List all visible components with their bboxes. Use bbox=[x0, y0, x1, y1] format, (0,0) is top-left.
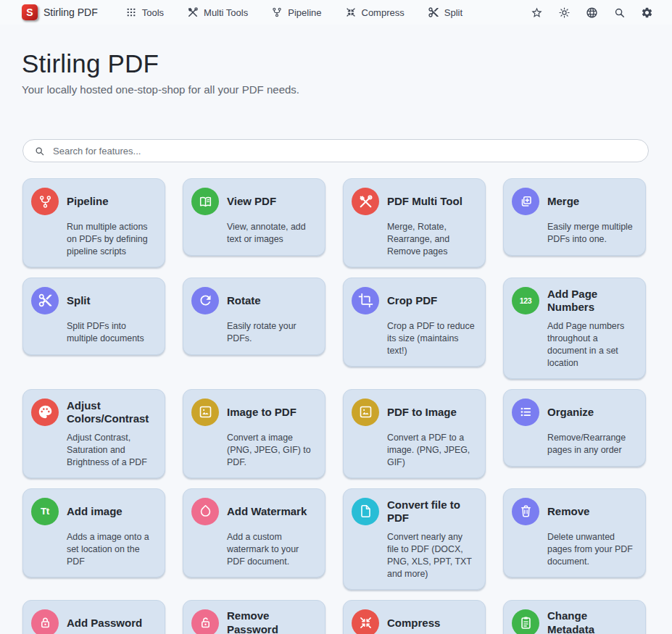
card-description: Run multiple actions on PDFs by defining… bbox=[67, 221, 155, 258]
card-image-to-pdf[interactable]: Image to PDFConvert a image (PNG, JPEG, … bbox=[183, 389, 325, 478]
water-drop-icon bbox=[198, 504, 213, 519]
card-header: Add Watermark bbox=[191, 498, 315, 525]
card-header: 123Add Page Numbers bbox=[512, 287, 636, 314]
card-title: PDF to Image bbox=[387, 406, 457, 419]
card-description: Remove/Rearrange pages in any order bbox=[547, 432, 636, 456]
card-description: Convert nearly any file to PDF (DOCX, PN… bbox=[387, 531, 476, 580]
card-header: View PDF bbox=[191, 188, 315, 215]
card-icon-circle bbox=[352, 287, 379, 314]
card-title: Add Page Numbers bbox=[547, 288, 636, 314]
card-add-page-numbers[interactable]: 123Add Page NumbersAdd Page numbers thro… bbox=[503, 278, 646, 379]
search-button[interactable] bbox=[613, 7, 626, 19]
globe-button[interactable] bbox=[586, 7, 598, 19]
card-merge[interactable]: MergeEasily merge multiple PDFs into one… bbox=[503, 178, 646, 256]
card-description: Easily merge multiple PDFs into one. bbox=[547, 221, 636, 246]
feature-card-grid: PipelineRun multiple actions on PDFs by … bbox=[22, 178, 646, 634]
page-subtitle: Your locally hosted one-stop-shop for al… bbox=[22, 83, 650, 96]
card-header: Rotate bbox=[191, 287, 315, 314]
lock-icon bbox=[38, 615, 53, 630]
card-title: Convert file to PDF bbox=[387, 499, 476, 525]
globe-icon bbox=[586, 7, 598, 19]
card-add-password[interactable]: Add PasswordEncrypt your PDF document wi… bbox=[22, 600, 165, 634]
card-icon-circle bbox=[191, 498, 219, 525]
navbar: S Stirling PDF ToolsMulti ToolsPipelineC… bbox=[0, 0, 672, 25]
trash-icon bbox=[518, 504, 534, 519]
card-icon-circle bbox=[352, 609, 379, 634]
card-convert-file-to-pdf[interactable]: Convert file to PDFConvert nearly any fi… bbox=[343, 488, 486, 590]
card-add-watermark[interactable]: Add WatermarkAdd a custom watermark to y… bbox=[183, 488, 325, 577]
card-description: Split PDFs into multiple documents bbox=[67, 320, 155, 345]
card-icon-circle bbox=[191, 188, 219, 215]
nav-item-split[interactable]: Split bbox=[428, 7, 462, 18]
nav-item-multi-tools[interactable]: Multi Tools bbox=[187, 7, 248, 18]
card-title: Add Password bbox=[67, 617, 142, 630]
card-pipeline[interactable]: PipelineRun multiple actions on PDFs by … bbox=[22, 178, 165, 267]
sun-button[interactable] bbox=[558, 7, 571, 19]
card-icon-circle bbox=[512, 609, 539, 634]
card-pdf-to-image[interactable]: PDF to ImageConvert a PDF to a image. (P… bbox=[343, 389, 486, 478]
card-header: Compress bbox=[352, 609, 476, 634]
nav-item-tools[interactable]: Tools bbox=[125, 7, 164, 18]
book-open-icon bbox=[198, 194, 213, 209]
card-title: Organize bbox=[547, 406, 594, 419]
search-box[interactable] bbox=[22, 139, 649, 162]
card-description: Easily rotate your PDFs. bbox=[227, 320, 315, 345]
card-header: Remove Password bbox=[191, 609, 315, 634]
search-input[interactable] bbox=[53, 146, 637, 157]
page-title: Stirling PDF bbox=[22, 49, 650, 78]
multi-tools-icon bbox=[187, 7, 199, 18]
card-icon-circle bbox=[31, 609, 59, 634]
card-icon-circle bbox=[31, 399, 59, 426]
card-adjust-colors-contrast[interactable]: Adjust Colors/ContrastAdjust Contrast, S… bbox=[22, 389, 165, 478]
page-numbers-icon: 123 bbox=[518, 293, 534, 308]
card-compress[interactable]: CompressCompress PDFs to reduce their fi… bbox=[343, 600, 486, 634]
card-icon-circle bbox=[512, 498, 539, 525]
nav-item-label: Multi Tools bbox=[204, 7, 248, 18]
star-button[interactable] bbox=[531, 7, 543, 19]
clipboard-icon bbox=[518, 615, 534, 630]
brand[interactable]: S Stirling PDF bbox=[22, 4, 98, 20]
brand-name: Stirling PDF bbox=[43, 7, 98, 18]
nav-item-label: Split bbox=[444, 7, 462, 18]
card-remove-password[interactable]: Remove PasswordRemove password protectio… bbox=[183, 600, 325, 634]
gear-button[interactable] bbox=[641, 7, 653, 19]
card-add-image[interactable]: TtAdd imageAdds a image onto a set locat… bbox=[22, 488, 165, 577]
hero: Stirling PDF Your locally hosted one-sto… bbox=[0, 49, 672, 96]
gear-icon bbox=[641, 7, 653, 19]
card-description: Add a custom watermark to your PDF docum… bbox=[227, 531, 315, 568]
card-header: Crop PDF bbox=[352, 287, 476, 314]
card-icon-circle: Tt bbox=[31, 498, 59, 525]
card-header: Add Password bbox=[31, 609, 155, 634]
card-header: PDF to Image bbox=[352, 399, 476, 426]
scissors-icon bbox=[428, 7, 439, 18]
stirling-logo-icon: S bbox=[22, 4, 38, 20]
card-title: Crop PDF bbox=[387, 294, 437, 307]
nav-item-compress[interactable]: Compress bbox=[345, 7, 405, 18]
card-change-metadata[interactable]: Change MetadataChange/Remove/Add metadat… bbox=[503, 600, 646, 634]
card-rotate[interactable]: RotateEasily rotate your PDFs. bbox=[183, 278, 325, 355]
multi-tools-icon bbox=[358, 194, 373, 209]
card-title: Adjust Colors/Contrast bbox=[67, 399, 155, 426]
card-title: Remove bbox=[547, 505, 589, 518]
card-pdf-multi-tool[interactable]: PDF Multi ToolMerge, Rotate, Rearrange, … bbox=[343, 178, 486, 267]
card-header: Adjust Colors/Contrast bbox=[31, 399, 155, 426]
apps-grid-icon bbox=[125, 7, 137, 18]
card-view-pdf[interactable]: View PDFView, annotate, add text or imag… bbox=[183, 178, 325, 256]
lock-open-icon bbox=[198, 615, 213, 630]
card-remove[interactable]: RemoveDelete unwanted pages from your PD… bbox=[503, 488, 646, 577]
nav-item-label: Tools bbox=[142, 7, 164, 18]
card-description: Add Page numbers throughout a document i… bbox=[547, 320, 636, 370]
star-icon bbox=[531, 7, 543, 19]
card-split[interactable]: SplitSplit PDFs into multiple documents bbox=[22, 278, 165, 355]
card-organize[interactable]: OrganizeRemove/Rearrange pages in any or… bbox=[503, 389, 646, 467]
card-crop-pdf[interactable]: Crop PDFCrop a PDF to reduce its size (m… bbox=[343, 278, 486, 367]
crop-icon bbox=[358, 293, 373, 308]
search-area bbox=[22, 139, 649, 162]
card-description: Delete unwanted pages from your PDF docu… bbox=[547, 531, 636, 568]
card-title: Compress bbox=[387, 617, 440, 630]
card-header: TtAdd image bbox=[31, 498, 155, 525]
file-icon bbox=[358, 504, 373, 519]
search-icon bbox=[613, 7, 626, 19]
card-icon-circle bbox=[31, 188, 59, 215]
nav-item-pipeline[interactable]: Pipeline bbox=[271, 7, 321, 18]
